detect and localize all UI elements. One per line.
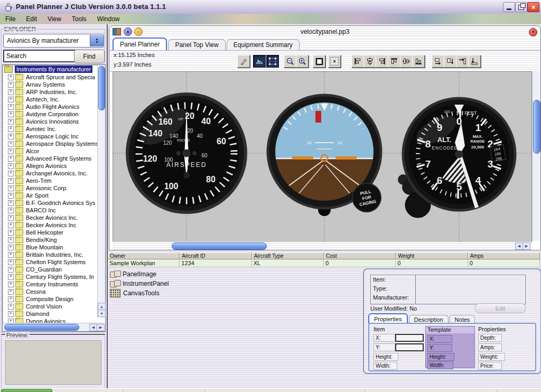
menu-item[interactable]: File [0, 14, 21, 24]
expander-plus-icon[interactable] [8, 200, 14, 206]
expander-plus-icon[interactable] [8, 222, 14, 228]
align-left-button[interactable] [351, 55, 364, 68]
tree-item[interactable]: Allegro Avionics [3, 162, 98, 170]
zoom-out-button[interactable] [284, 55, 296, 68]
tree-item[interactable]: Aerospace Logic Inc [3, 133, 98, 140]
zoom-in-button[interactable] [296, 55, 309, 68]
expander-plus-icon[interactable] [8, 97, 14, 102]
tree-item[interactable]: BARCO Inc [3, 207, 98, 214]
table-header-cell[interactable]: Cost [324, 253, 396, 259]
close-button[interactable]: × [527, 2, 539, 12]
table-cell[interactable]: Sample Workplan [108, 259, 180, 267]
expander-plus-icon[interactable] [8, 185, 14, 191]
table-cell[interactable]: 1234 [180, 259, 251, 267]
table-header-cell[interactable]: Aircraft ID [180, 253, 251, 259]
scroll-up-arrow[interactable]: ▲ [98, 303, 106, 310]
panel-close-round-button[interactable]: × [529, 28, 537, 36]
expander-plus-icon[interactable] [8, 74, 14, 80]
expander-plus-icon[interactable] [8, 104, 14, 110]
tree-hscroll-thumb[interactable] [4, 324, 79, 331]
expander-plus-icon[interactable] [8, 119, 14, 125]
expander-plus-icon[interactable] [8, 171, 14, 176]
layer-item-canvas-tools[interactable]: CanvasTools [110, 288, 169, 298]
match-height-button[interactable] [444, 55, 456, 68]
table-header-cell[interactable]: Amps [468, 253, 540, 259]
align-bottom-button[interactable] [412, 55, 425, 68]
panel-design-canvas[interactable]: 20 40 60 80 100 120 140 160 20 40 60 100 [113, 71, 532, 242]
grid-dot-tool-button[interactable] [328, 55, 341, 68]
tree-vertical-scrollbar[interactable]: ▲ ▼ [97, 65, 105, 318]
scroll-right-arrow[interactable]: ▶ [97, 324, 105, 331]
scroll-left-arrow[interactable]: ◀ [89, 324, 97, 331]
tree-item[interactable]: Avionics Innovations [3, 118, 98, 125]
tree-horizontal-scrollbar[interactable]: ◀ ▶ [3, 323, 104, 331]
search-input[interactable] [3, 50, 76, 62]
canvas-scroll-left-arrow[interactable]: ◀ [515, 242, 523, 250]
tree-item[interactable]: Arnav Systems [3, 81, 98, 88]
tab-panel-top-view[interactable]: Panel Top View [168, 39, 225, 50]
snap-bottom-button[interactable] [468, 55, 481, 68]
tree-item[interactable]: Avrotec Inc. [3, 125, 98, 133]
menu-item[interactable]: Edit [21, 14, 42, 24]
expander-plus-icon[interactable] [8, 141, 14, 147]
layer-item-instrument-panel[interactable]: InstrumentPanel [110, 279, 169, 288]
expander-plus-icon[interactable] [8, 111, 14, 117]
start-button-fragment[interactable] [1, 389, 52, 392]
tree-item[interactable]: Avidyne Corporation [3, 110, 98, 118]
table-cell[interactable]: 0 [396, 259, 468, 267]
expander-plus-icon[interactable] [8, 148, 14, 154]
expander-plus-icon[interactable] [8, 304, 14, 310]
align-center-vertical-button[interactable] [363, 55, 376, 68]
tree-item[interactable]: Brittain Industries, Inc. [3, 251, 98, 258]
tree-item[interactable]: Century Instruments [3, 281, 98, 288]
tree-item[interactable]: Bendix/King [3, 236, 98, 244]
item-y-input[interactable] [395, 343, 424, 351]
expander-plus-icon[interactable] [8, 296, 14, 302]
expander-plus-icon[interactable] [8, 245, 14, 250]
tab-panel-planner[interactable]: Panel Planner [113, 38, 167, 50]
category-dropdown[interactable]: Avionics By manufacturer ▲ ▼ [3, 34, 104, 48]
tree-item[interactable]: Air Sport [3, 192, 98, 199]
restore-button[interactable] [515, 2, 527, 12]
expander-plus-icon[interactable] [8, 230, 14, 236]
tree-item[interactable]: CO_Guardian [3, 266, 98, 273]
edit-button[interactable]: Edit [475, 303, 526, 313]
tab-notes[interactable]: Notes [450, 315, 475, 323]
attitude-indicator-instrument[interactable]: 10 10 PULL FOR CAGING [268, 95, 384, 216]
tree-item[interactable]: Control Vision [3, 303, 98, 310]
expander-plus-icon[interactable] [8, 311, 14, 317]
tree-item[interactable]: Advanced Flight Systems [3, 155, 98, 162]
tab-description[interactable]: Description [409, 315, 449, 323]
pen-tool-button[interactable] [237, 55, 250, 68]
tree-item[interactable]: Alcor [3, 147, 98, 155]
menu-item[interactable]: Tools [67, 14, 92, 24]
tree-item[interactable]: ARP Industries, Inc. [3, 88, 98, 96]
expander-plus-icon[interactable] [8, 178, 14, 184]
canvas-vscroll-thumb[interactable] [533, 100, 540, 154]
expander-plus-icon[interactable] [8, 274, 14, 280]
table-cell[interactable]: 0 [468, 259, 540, 267]
expander-plus-icon[interactable] [8, 282, 14, 287]
tree-item[interactable]: Becker Avionics Inc [3, 221, 98, 229]
expander-plus-icon[interactable] [8, 237, 14, 243]
expander-plus-icon[interactable] [8, 163, 14, 169]
tree-item[interactable]: Cessna [3, 288, 98, 295]
minimize-button[interactable] [503, 2, 515, 12]
match-width-button[interactable] [432, 55, 444, 68]
expander-plus-icon[interactable] [8, 208, 14, 213]
menu-item[interactable]: Window [92, 14, 125, 24]
expander-plus-icon[interactable] [8, 215, 14, 221]
item-x-input[interactable] [395, 334, 424, 342]
align-center-horizontal-button[interactable] [400, 55, 413, 68]
tree-item[interactable]: Chelton Flight Systems [3, 258, 98, 266]
tree-item[interactable]: Bell Helicopter [3, 229, 98, 236]
expander-plus-icon[interactable] [8, 252, 14, 258]
airspeed-indicator-instrument[interactable]: 20 40 60 80 100 120 140 160 20 40 60 100 [127, 94, 246, 212]
tab-equipment-summary[interactable]: Equipment Summary [227, 39, 300, 50]
find-button[interactable]: Find [74, 50, 105, 63]
canvas-horizontal-scrollbar[interactable]: ◀ ▶ [113, 241, 531, 250]
tree-item[interactable]: Composite Design [3, 295, 98, 303]
tree-item[interactable]: Ashtech, Inc. [3, 96, 98, 103]
snap-right-button[interactable] [456, 55, 469, 68]
tree-item[interactable]: Becker Avionics Inc. [3, 214, 98, 221]
